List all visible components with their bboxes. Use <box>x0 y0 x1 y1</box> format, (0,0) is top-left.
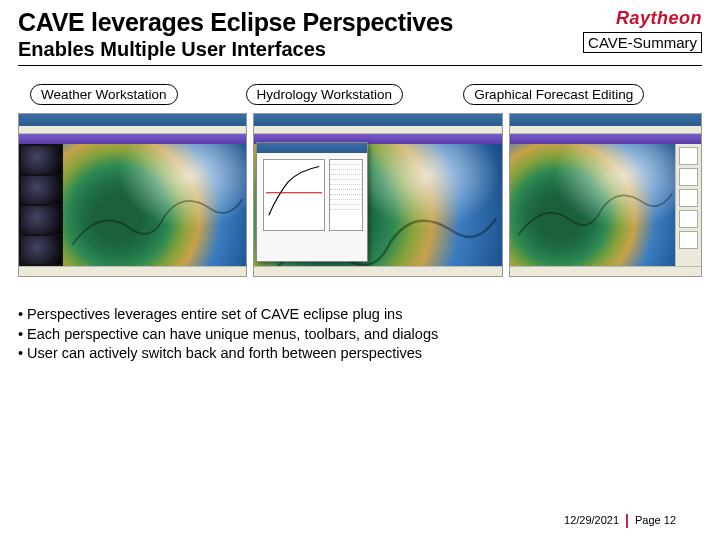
bullet-list: • Perspectives leverages entire set of C… <box>18 305 702 364</box>
hydrograph-panel <box>256 142 368 262</box>
window-statusbar <box>19 266 246 276</box>
window-menubar <box>510 126 701 134</box>
sidebar-swatch <box>21 176 61 204</box>
hydrograph-chart <box>263 159 325 231</box>
tool-slot <box>679 147 698 165</box>
thumbnail-graphical-forecast-editing <box>509 113 702 277</box>
window-statusbar <box>510 266 701 276</box>
slide-footer: 12/29/2021 | Page 12 <box>564 512 676 528</box>
footer-page: Page 12 <box>635 514 676 526</box>
bullet-item: • Perspectives leverages entire set of C… <box>18 305 702 325</box>
thumbnail-labels: Weather Workstation Hydrology Workstatio… <box>18 84 702 105</box>
thumbnail-row <box>18 113 702 277</box>
sidebar-swatch <box>21 206 61 234</box>
label-weather-workstation: Weather Workstation <box>30 84 178 105</box>
chart-curve-icon <box>266 162 322 218</box>
slide-header: Raytheon CAVE leverages Eclipse Perspect… <box>18 8 702 66</box>
coastline-icon <box>63 144 246 277</box>
sidebar-swatch <box>21 236 61 264</box>
header-rule <box>18 65 702 66</box>
label-graphical-forecast-editing: Graphical Forecast Editing <box>463 84 644 105</box>
bullet-item: • Each perspective can have unique menus… <box>18 325 702 345</box>
thumbnail-hydrology-workstation <box>253 113 502 277</box>
window-titlebar <box>510 114 701 126</box>
window-titlebar <box>19 114 246 126</box>
window-toolbar <box>19 134 246 144</box>
tool-slot <box>679 168 698 186</box>
tool-slot <box>679 189 698 207</box>
section-badge: CAVE-Summary <box>583 32 702 53</box>
window-titlebar <box>254 114 501 126</box>
bullet-item: • User can actively switch back and fort… <box>18 344 702 364</box>
thumbnail-sidebar <box>19 144 63 266</box>
editing-tool-panel <box>675 144 701 266</box>
label-hydrology-workstation: Hydrology Workstation <box>246 84 404 105</box>
panel-titlebar <box>257 143 367 153</box>
map-area <box>63 144 246 266</box>
footer-date: 12/29/2021 <box>564 514 619 526</box>
tool-slot <box>679 210 698 228</box>
coastline-icon <box>510 144 675 277</box>
thumbnail-weather-workstation <box>18 113 247 277</box>
window-menubar <box>19 126 246 134</box>
footer-separator: | <box>625 512 629 528</box>
window-toolbar <box>510 134 701 144</box>
map-area <box>510 144 675 266</box>
window-statusbar <box>254 266 501 276</box>
window-menubar <box>254 126 501 134</box>
sidebar-swatch <box>21 146 61 174</box>
data-table <box>329 159 363 231</box>
brand-logo: Raytheon <box>616 8 702 29</box>
tool-slot <box>679 231 698 249</box>
